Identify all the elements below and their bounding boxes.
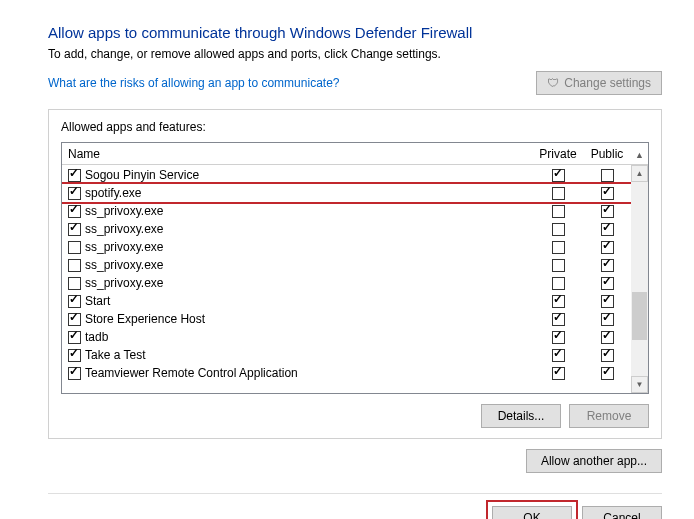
public-checkbox[interactable]: [601, 313, 614, 326]
private-checkbox[interactable]: [552, 349, 565, 362]
apps-list: Name Private Public ▲ Sogou Pinyin Servi…: [61, 142, 649, 394]
column-private[interactable]: Private: [533, 147, 583, 161]
shield-icon: 🛡: [547, 76, 559, 90]
private-checkbox[interactable]: [552, 169, 565, 182]
app-checkbox[interactable]: [68, 295, 81, 308]
private-checkbox[interactable]: [552, 295, 565, 308]
table-row[interactable]: ss_privoxy.exe: [62, 274, 631, 292]
ok-button[interactable]: OK: [492, 506, 572, 519]
app-name: tadb: [85, 330, 108, 344]
app-name: ss_privoxy.exe: [85, 222, 163, 236]
risks-link[interactable]: What are the risks of allowing an app to…: [48, 76, 339, 90]
public-checkbox[interactable]: [601, 187, 614, 200]
public-checkbox[interactable]: [601, 169, 614, 182]
column-name[interactable]: Name: [62, 147, 533, 161]
table-row[interactable]: Sogou Pinyin Service: [62, 166, 631, 184]
private-checkbox[interactable]: [552, 187, 565, 200]
app-checkbox[interactable]: [68, 367, 81, 380]
app-checkbox[interactable]: [68, 169, 81, 182]
app-name: Sogou Pinyin Service: [85, 168, 199, 182]
private-checkbox[interactable]: [552, 367, 565, 380]
app-name: Store Experience Host: [85, 312, 205, 326]
app-checkbox[interactable]: [68, 277, 81, 290]
change-settings-label: Change settings: [564, 76, 651, 90]
page-title: Allow apps to communicate through Window…: [48, 24, 662, 41]
table-row[interactable]: tadb: [62, 328, 631, 346]
table-row[interactable]: Store Experience Host: [62, 310, 631, 328]
app-checkbox[interactable]: [68, 223, 81, 236]
group-label: Allowed apps and features:: [61, 120, 649, 134]
app-name: spotify.exe: [85, 186, 141, 200]
change-settings-button[interactable]: 🛡 Change settings: [536, 71, 662, 95]
table-row[interactable]: Start: [62, 292, 631, 310]
app-name: ss_privoxy.exe: [85, 276, 163, 290]
private-checkbox[interactable]: [552, 205, 565, 218]
allow-another-app-button[interactable]: Allow another app...: [526, 449, 662, 473]
app-name: Take a Test: [85, 348, 145, 362]
table-row[interactable]: ss_privoxy.exe: [62, 220, 631, 238]
app-checkbox[interactable]: [68, 241, 81, 254]
public-checkbox[interactable]: [601, 205, 614, 218]
public-checkbox[interactable]: [601, 277, 614, 290]
app-checkbox[interactable]: [68, 331, 81, 344]
private-checkbox[interactable]: [552, 241, 565, 254]
app-name: Start: [85, 294, 110, 308]
public-checkbox[interactable]: [601, 223, 614, 236]
app-checkbox[interactable]: [68, 187, 81, 200]
app-checkbox[interactable]: [68, 313, 81, 326]
page-subtitle: To add, change, or remove allowed apps a…: [48, 47, 662, 61]
public-checkbox[interactable]: [601, 295, 614, 308]
list-rows: Sogou Pinyin Servicespotify.exess_privox…: [62, 165, 631, 393]
remove-button[interactable]: Remove: [569, 404, 649, 428]
scrollbar[interactable]: ▲ ▼: [631, 165, 648, 393]
scroll-down-icon[interactable]: ▼: [631, 376, 648, 393]
table-row[interactable]: Take a Test: [62, 346, 631, 364]
public-checkbox[interactable]: [601, 241, 614, 254]
table-row[interactable]: ss_privoxy.exe: [62, 238, 631, 256]
private-checkbox[interactable]: [552, 331, 565, 344]
sort-up-icon[interactable]: ▲: [635, 150, 644, 160]
public-checkbox[interactable]: [601, 349, 614, 362]
cancel-button[interactable]: Cancel: [582, 506, 662, 519]
table-row[interactable]: Teamviewer Remote Control Application: [62, 364, 631, 382]
app-checkbox[interactable]: [68, 349, 81, 362]
public-checkbox[interactable]: [601, 367, 614, 380]
private-checkbox[interactable]: [552, 223, 565, 236]
app-name: ss_privoxy.exe: [85, 240, 163, 254]
app-name: ss_privoxy.exe: [85, 204, 163, 218]
table-row[interactable]: ss_privoxy.exe: [62, 202, 631, 220]
app-name: Teamviewer Remote Control Application: [85, 366, 298, 380]
list-header: Name Private Public ▲: [62, 143, 648, 165]
allowed-apps-group: Allowed apps and features: Name Private …: [48, 109, 662, 439]
scroll-track[interactable]: [631, 182, 648, 376]
private-checkbox[interactable]: [552, 277, 565, 290]
table-row[interactable]: spotify.exe: [62, 184, 631, 202]
app-checkbox[interactable]: [68, 259, 81, 272]
private-checkbox[interactable]: [552, 259, 565, 272]
scroll-thumb[interactable]: [632, 292, 647, 340]
public-checkbox[interactable]: [601, 331, 614, 344]
app-checkbox[interactable]: [68, 205, 81, 218]
app-name: ss_privoxy.exe: [85, 258, 163, 272]
public-checkbox[interactable]: [601, 259, 614, 272]
scroll-up-icon[interactable]: ▲: [631, 165, 648, 182]
table-row[interactable]: ss_privoxy.exe: [62, 256, 631, 274]
details-button[interactable]: Details...: [481, 404, 561, 428]
private-checkbox[interactable]: [552, 313, 565, 326]
column-public[interactable]: Public: [583, 147, 631, 161]
